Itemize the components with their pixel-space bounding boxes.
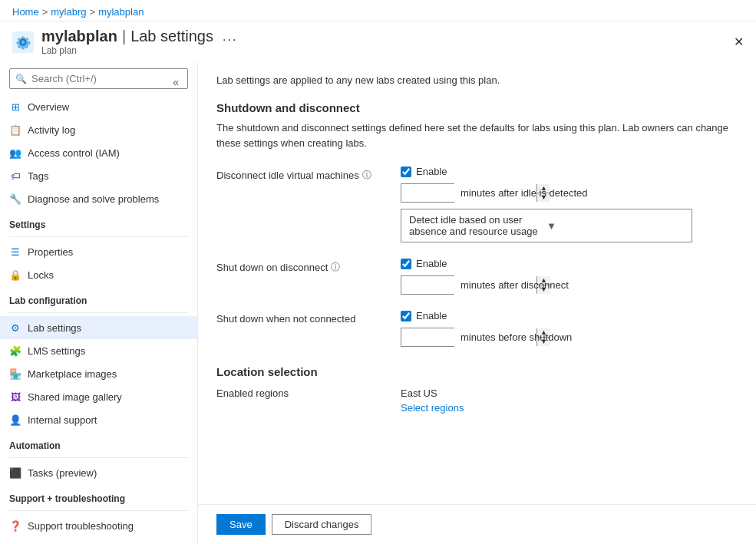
sidebar-item-marketplace-images[interactable]: 🏪 Marketplace images [0,362,197,385]
lab-config-divider [9,312,188,313]
discard-button[interactable]: Discard changes [272,514,372,535]
main-layout: 🔍 « ⊞ Overview 📋 Activity log 👥 Access c… [0,62,756,544]
collapse-sidebar-button[interactable]: « [173,76,179,88]
sidebar-item-support-troubleshooting[interactable]: ❓ Support troubleshooting [0,514,197,537]
section-label-automation: Automation [0,431,197,454]
lock-icon: 🔒 [9,269,21,281]
sidebar-item-overview[interactable]: ⊞ Overview [0,95,197,118]
sidebar-label-shared-image-gallery: Shared image gallery [28,391,122,403]
shutdown-disconnect-minutes-label: minutes after disconnect [461,279,569,291]
wrench-icon: 🔧 [9,193,21,205]
sidebar-item-access-control[interactable]: 👥 Access control (IAM) [0,141,197,164]
select-regions-link[interactable]: Select regions [401,402,464,414]
shutdown-not-connected-minutes-row: 15 ▲ ▼ minutes before shutdown [401,328,572,347]
sidebar-label-activity-log: Activity log [28,124,75,136]
disconnect-idle-label-container: Disconnect idle virtual machines ⓘ [216,166,401,182]
sidebar-label-support-troubleshooting: Support troubleshooting [28,520,134,532]
shutdown-disconnect-controls: Enable 0 ▲ ▼ minutes after disconnect [401,258,569,295]
sidebar-item-properties[interactable]: ☰ Properties [0,240,197,263]
shutdown-disconnect-enable-label: Enable [416,258,447,269]
sidebar-label-lab-settings: Lab settings [28,322,81,334]
disconnect-idle-detect-select[interactable]: Detect idle based on user absence and re… [401,209,692,242]
shutdown-disconnect-checkbox[interactable] [401,259,411,269]
shutdown-disconnect-info-icon[interactable]: ⓘ [331,261,340,274]
shutdown-not-connected-checkbox[interactable] [401,311,411,321]
shutdown-section-description: The shutdown and disconnect settings def… [216,120,738,150]
sidebar: 🔍 « ⊞ Overview 📋 Activity log 👥 Access c… [0,62,198,544]
automation-divider [9,457,188,458]
shutdown-disconnect-label-container: Shut down on disconnect ⓘ [216,258,401,274]
search-input[interactable] [9,68,188,89]
sidebar-item-lab-settings[interactable]: ⚙ Lab settings [0,316,197,339]
location-section: Location selection Enabled regions East … [216,365,738,414]
resource-type: Lab plan [41,45,237,56]
disconnect-idle-controls: Enable 15 ▲ ▼ minutes after idle is dete… [401,166,692,242]
regions-value: East US [401,387,464,399]
sidebar-label-access-control: Access control (IAM) [28,147,120,159]
shutdown-disconnect-minutes-row: 0 ▲ ▼ minutes after disconnect [401,275,569,295]
disconnect-idle-enable-label: Enable [416,166,447,177]
shutdown-not-connected-row: Shut down when not connected Enable 15 ▲ [216,310,738,347]
enabled-regions-label: Enabled regions [216,387,401,399]
title-separator: | [122,28,126,45]
search-wrapper: 🔍 [9,68,188,89]
sidebar-label-diagnose: Diagnose and solve problems [28,193,159,205]
section-label-lab-config: Lab configuration [0,286,197,309]
shutdown-not-connected-minutes-label: minutes before shutdown [461,331,572,343]
sidebar-label-lms-settings: LMS settings [28,345,85,357]
shutdown-disconnect-enable-row: Enable [401,258,569,269]
breadcrumb-mylabrg[interactable]: mylabrg [51,6,86,18]
section-label-support: Support + troubleshooting [0,484,197,507]
list-icon: ☰ [9,246,21,258]
save-button[interactable]: Save [216,514,266,535]
page-subtitle: Lab settings [130,28,213,45]
sidebar-item-activity-log[interactable]: 📋 Activity log [0,118,197,141]
shutdown-section: Shutdown and disconnect The shutdown and… [216,101,738,347]
shutdown-not-connected-label-container: Shut down when not connected [216,310,401,325]
sidebar-item-shared-image-gallery[interactable]: 🖼 Shared image gallery [0,385,197,408]
search-icon: 🔍 [15,74,27,84]
breadcrumb: Home > mylabrg > mylabplan [12,6,144,18]
page-header: mylabplan | Lab settings ... Lab plan ✕ [0,21,756,62]
sidebar-item-lms-settings[interactable]: 🧩 LMS settings [0,339,197,362]
sidebar-item-internal-support[interactable]: 👤 Internal support [0,408,197,431]
page-header-left: mylabplan | Lab settings ... Lab plan [12,28,237,56]
sidebar-item-locks[interactable]: 🔒 Locks [0,263,197,286]
tag-icon: 🏷 [9,170,21,182]
sidebar-item-tags[interactable]: 🏷 Tags [0,164,197,187]
sidebar-label-internal-support: Internal support [28,414,97,426]
enabled-regions-row: Enabled regions East US Select regions [216,387,738,414]
sidebar-label-marketplace-images: Marketplace images [28,368,117,380]
sidebar-label-locks: Locks [28,269,54,281]
header-menu-btn[interactable]: ... [223,30,237,44]
disconnect-idle-enable-row: Enable [401,166,692,177]
enabled-regions-value-container: East US Select regions [401,387,464,414]
sidebar-item-tasks[interactable]: ⬛ Tasks (preview) [0,461,197,484]
sidebar-label-tags: Tags [28,170,48,182]
sidebar-label-overview: Overview [28,101,69,113]
disconnect-idle-row: Disconnect idle virtual machines ⓘ Enabl… [216,166,738,242]
main-content: Lab settings are applied to any new labs… [198,62,756,504]
close-button[interactable]: ✕ [734,35,744,49]
content-description: Lab settings are applied to any new labs… [216,74,738,86]
sidebar-item-diagnose[interactable]: 🔧 Diagnose and solve problems [0,187,197,210]
shutdown-disconnect-label: Shut down on disconnect [216,262,328,273]
sidebar-label-properties: Properties [28,246,73,258]
disconnect-idle-minutes-row: 15 ▲ ▼ minutes after idle is detected [401,183,692,203]
puzzle-icon: 🧩 [9,345,21,357]
support-divider [9,510,188,511]
person-icon: 👤 [9,414,21,426]
people-icon: 👥 [9,147,21,159]
grid-icon: ⊞ [9,101,21,113]
content-wrapper: Lab settings are applied to any new labs… [198,62,756,544]
lab-plan-icon [12,31,34,53]
shutdown-not-connected-controls: Enable 15 ▲ ▼ minutes before shutdown [401,310,572,347]
disconnect-idle-checkbox[interactable] [401,166,411,177]
disconnect-idle-info-icon[interactable]: ⓘ [362,169,371,182]
settings-divider [9,236,188,237]
breadcrumb-home[interactable]: Home [12,6,39,18]
breadcrumb-mylabplan[interactable]: mylabplan [98,6,144,18]
content-footer: Save Discard changes [198,504,756,544]
sidebar-search-container: 🔍 « [9,68,188,89]
disconnect-idle-label: Disconnect idle virtual machines [216,170,359,181]
